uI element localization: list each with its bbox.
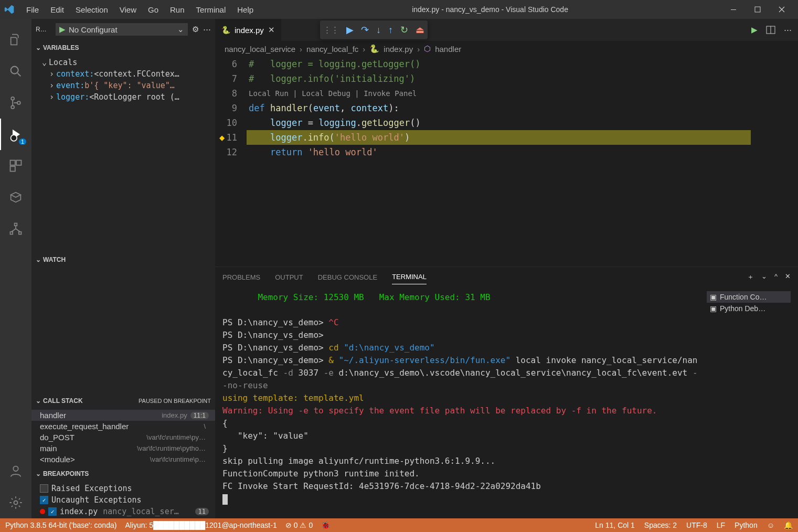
menu-view[interactable]: View: [114, 3, 142, 16]
chevron-down-icon[interactable]: ⌄: [761, 272, 767, 282]
watch-title: WATCH: [43, 256, 66, 263]
panel-tab-debug-console[interactable]: DEBUG CONSOLE: [318, 270, 377, 284]
breakpoint-row[interactable]: ✓index.pynancy_local_ser…11: [31, 506, 215, 517]
new-terminal-button[interactable]: ＋: [747, 272, 754, 282]
terminal-side-item[interactable]: ▣Function Co…: [707, 291, 791, 303]
breakpoints-header[interactable]: ⌄BREAKPOINTS: [31, 466, 215, 482]
codelens[interactable]: Local Run | Local Debug | Invoke Panel: [247, 86, 798, 101]
activity-run-debug[interactable]: 1: [0, 119, 31, 150]
disconnect-button[interactable]: ⏏: [416, 24, 424, 36]
checkbox[interactable]: ✓: [40, 496, 48, 504]
line-number: 10: [215, 115, 237, 130]
more-actions-button[interactable]: ⋯: [784, 25, 792, 35]
step-into-button[interactable]: ↓: [376, 25, 381, 36]
locals-row[interactable]: ⌄Locals: [31, 57, 215, 68]
sb-problems[interactable]: ⊘0 ⚠0: [285, 521, 313, 529]
maximize-button[interactable]: [746, 0, 770, 19]
sb-feedback-icon[interactable]: ☺: [767, 521, 774, 529]
menu-run[interactable]: Run: [165, 3, 190, 16]
activity-settings[interactable]: [0, 487, 31, 518]
sb-encoding[interactable]: UTF-8: [686, 521, 707, 529]
gutter[interactable]: 6 7 8 9 10 ◆11 12: [215, 57, 247, 267]
sb-debug-icon[interactable]: 🐞: [321, 521, 330, 529]
sb-bell-icon[interactable]: 🔔: [784, 521, 793, 529]
watch-header[interactable]: ⌄WATCH: [31, 252, 215, 268]
breadcrumbs[interactable]: nancy_local_service› nancy_local_fc› 🐍in…: [215, 41, 798, 57]
activity-aliyun[interactable]: [0, 182, 31, 213]
activity-bar: 1: [0, 19, 31, 518]
grip-icon[interactable]: ⋮⋮: [323, 25, 339, 35]
minimap[interactable]: [751, 57, 798, 267]
debug-toolbar[interactable]: ⋮⋮ ▶ ↷ ↓ ↑ ↻ ⏏: [320, 20, 428, 39]
restart-button[interactable]: ↻: [400, 24, 408, 36]
panel-tab-output[interactable]: OUTPUT: [275, 270, 303, 284]
breadcrumb-item[interactable]: handler: [435, 45, 461, 54]
activity-source-control[interactable]: [0, 87, 31, 119]
continue-button[interactable]: ▶: [346, 24, 354, 36]
callstack-row[interactable]: do_POST\var\fc\runtime\py…: [31, 432, 215, 443]
callstack-header[interactable]: ⌄CALL STACKPAUSED ON BREAKPOINT: [31, 393, 215, 409]
checkbox[interactable]: ✓: [48, 507, 57, 516]
callstack-row[interactable]: <module>\var\fc\runtime\p…: [31, 454, 215, 465]
variable-row[interactable]: ›event: b'{ "key": "value"…: [31, 80, 215, 91]
close-tab-icon[interactable]: ✕: [268, 25, 275, 35]
sb-cursor[interactable]: Ln 11, Col 1: [595, 521, 635, 529]
code-text: # logger = logging.getLogger(): [249, 59, 421, 69]
breadcrumb-item[interactable]: nancy_local_service: [225, 45, 295, 54]
terminal[interactable]: Memory Size: 12530 MB Max Memory Used: 3…: [215, 287, 798, 518]
sb-language[interactable]: Python: [735, 521, 758, 529]
sb-eol[interactable]: LF: [717, 521, 725, 529]
menu-selection[interactable]: Selection: [70, 3, 113, 16]
sb-aliyun[interactable]: Aliyun: 5██████████1201@ap-northeast-1: [125, 521, 276, 529]
sb-indent[interactable]: Spaces: 2: [644, 521, 677, 529]
breadcrumb-item[interactable]: nancy_local_fc: [306, 45, 358, 54]
activity-serverless[interactable]: [0, 213, 31, 244]
sidebar: R… ▶ No Configurat ⌄ ⚙ ⋯ ⌄VARIABLES ⌄Loc…: [31, 19, 215, 518]
menu-help[interactable]: Help: [232, 3, 259, 16]
activity-explorer[interactable]: [0, 24, 31, 56]
callstack-row[interactable]: handlerindex.py11:1: [31, 410, 215, 421]
run-button[interactable]: ▶: [751, 25, 758, 35]
debug-config-select[interactable]: ▶ No Configurat ⌄: [56, 23, 188, 36]
activity-extensions[interactable]: [0, 150, 31, 182]
menu-edit[interactable]: Edit: [45, 3, 69, 16]
breakpoint-row[interactable]: Raised Exceptions: [31, 483, 215, 494]
step-out-button[interactable]: ↑: [388, 25, 393, 36]
gear-icon[interactable]: ⚙: [192, 25, 199, 34]
breadcrumb-item[interactable]: index.py: [384, 45, 413, 54]
terminal-side-item[interactable]: ▣Python Deb…: [707, 303, 791, 314]
checkbox[interactable]: [40, 484, 48, 493]
panel-tab-terminal[interactable]: TERMINAL: [392, 270, 427, 284]
svg-rect-8: [16, 161, 21, 165]
menu-file[interactable]: File: [21, 3, 44, 16]
close-panel-button[interactable]: ✕: [785, 272, 791, 282]
maximize-panel-button[interactable]: ^: [774, 272, 778, 282]
menu-bar: File Edit Selection View Go Run Terminal…: [21, 3, 259, 16]
callstack-row[interactable]: main\var\fc\runtime\pytho…: [31, 443, 215, 454]
activity-search[interactable]: [0, 56, 31, 87]
breakpoint-row[interactable]: ✓Uncaught Exceptions: [31, 494, 215, 506]
sb-python[interactable]: Python 3.8.5 64-bit ('base': conda): [5, 521, 116, 529]
frame-loc: \: [204, 422, 206, 430]
variable-row[interactable]: ›logger: <RootLogger root (…: [31, 91, 215, 103]
split-editor-button[interactable]: [766, 25, 775, 35]
variables-header[interactable]: ⌄VARIABLES: [31, 40, 215, 56]
svg-point-2: [11, 67, 18, 74]
chevron-down-icon: ⌄: [36, 256, 41, 263]
symbol-icon: ⬡: [424, 44, 431, 54]
terminal-name: Python Deb…: [720, 304, 765, 313]
panel-tab-problems[interactable]: PROBLEMS: [222, 270, 260, 284]
bp-label: Uncaught Exceptions: [51, 495, 142, 505]
editor-tab[interactable]: 🐍 index.py ✕: [215, 19, 282, 41]
menu-terminal[interactable]: Terminal: [191, 3, 231, 16]
vscode-logo-icon: [4, 4, 15, 15]
variable-row[interactable]: ›context: <context.FCContex…: [31, 68, 215, 80]
menu-go[interactable]: Go: [143, 3, 164, 16]
activity-account[interactable]: [0, 455, 31, 487]
minimize-button[interactable]: [721, 0, 746, 19]
callstack-row[interactable]: execute_request_handler\: [31, 421, 215, 432]
code-editor[interactable]: 6 7 8 9 10 ◆11 12 # logger = logging.get…: [215, 57, 798, 267]
step-over-button[interactable]: ↷: [361, 24, 369, 36]
close-button[interactable]: [770, 0, 794, 19]
more-icon[interactable]: ⋯: [203, 25, 211, 34]
